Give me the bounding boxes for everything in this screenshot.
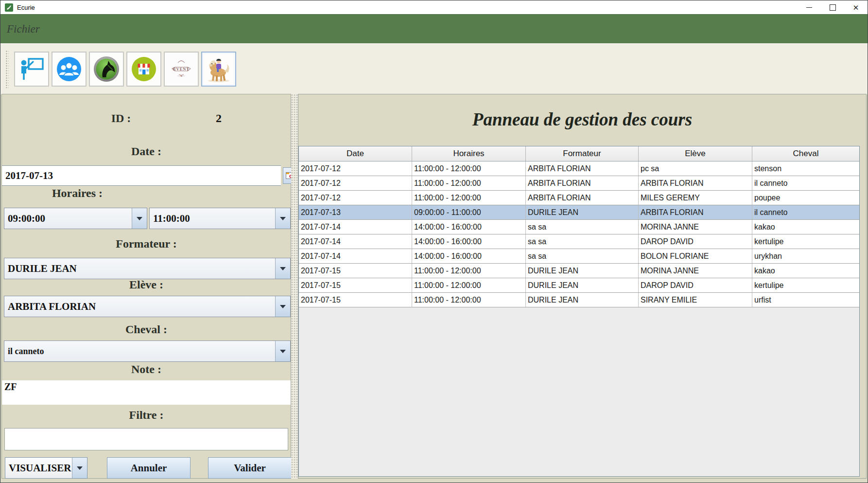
table-cell: kertulipe [752, 278, 859, 292]
close-icon: ✕ [853, 4, 859, 11]
table-cell: MILES GEREMY [639, 191, 752, 205]
eleve-label: Elève : [2, 278, 291, 291]
formateur-value: DURILE JEAN [4, 258, 275, 279]
chevron-down-icon[interactable] [275, 341, 290, 361]
event-logo-icon: EVENT ~❧~ [166, 54, 196, 84]
table-row[interactable]: 2017-07-1414:00:00 - 16:00:00sa saMORINA… [299, 220, 859, 234]
table-row[interactable]: 2017-07-1511:00:00 - 12:00:00DURILE JEAN… [299, 278, 859, 293]
toolbar-button-chevaux[interactable] [89, 52, 124, 87]
table-cell: DURILE JEAN [526, 278, 639, 292]
teacher-board-icon [18, 55, 45, 83]
horaire-end-combobox[interactable]: 11:00:00 [149, 208, 291, 229]
table-cell: DURILE JEAN [526, 264, 639, 278]
visualiser-value: VISUALISER [5, 458, 72, 478]
store-icon [130, 55, 157, 83]
date-field[interactable]: 2017-07-13 [2, 165, 281, 186]
table-cell: urykhan [752, 249, 859, 263]
toolbar: EVENT ~❧~ [0, 43, 868, 94]
horse-head-icon [93, 55, 120, 83]
table-cell: ARBITA FLORIAN [526, 176, 639, 190]
column-header[interactable]: Cheval [752, 146, 859, 161]
eleve-combobox[interactable]: ARBITA FLORIAN [4, 296, 291, 317]
table-cell: 14:00:00 - 16:00:00 [412, 249, 526, 263]
toolbar-button-eleves[interactable] [52, 52, 87, 87]
table-cell: kakao [752, 220, 859, 234]
table-row[interactable]: 2017-07-1211:00:00 - 12:00:00ARBITA FLOR… [299, 191, 859, 205]
table-cell: 11:00:00 - 12:00:00 [412, 264, 526, 278]
chevron-down-icon[interactable] [132, 208, 147, 229]
filtre-input[interactable] [4, 428, 288, 450]
table-cell: 2017-07-15 [299, 264, 412, 278]
cheval-label: Cheval : [2, 323, 291, 336]
table-cell: 14:00:00 - 16:00:00 [412, 220, 526, 234]
toolbar-button-formateurs[interactable] [14, 52, 49, 87]
table-row[interactable]: 2017-07-1414:00:00 - 16:00:00sa saDAROP … [299, 234, 859, 249]
table-row[interactable]: 2017-07-1211:00:00 - 12:00:00ARBITA FLOR… [299, 161, 859, 176]
close-button[interactable]: ✕ [844, 0, 868, 14]
table-cell: kertulipe [752, 234, 859, 249]
chevron-down-icon[interactable] [275, 258, 290, 279]
table-cell: 11:00:00 - 12:00:00 [412, 161, 526, 176]
table-row-selected[interactable]: 2017-07-1309:00:00 - 11:00:00DURILE JEAN… [299, 205, 859, 220]
horaire-start-value: 09:00:00 [4, 208, 132, 229]
toolbar-button-boutique[interactable] [126, 52, 161, 87]
table-cell: DAROP DAVID [639, 278, 752, 292]
table-cell: DAROP DAVID [639, 234, 752, 249]
filtre-label: Filtre : [2, 409, 291, 422]
table-cell: 2017-07-12 [299, 191, 412, 205]
svg-text:EVENT: EVENT [173, 67, 190, 72]
column-header[interactable]: Elève [639, 146, 752, 161]
date-label: Date : [2, 145, 291, 158]
maximize-icon [830, 4, 836, 11]
table-cell: 2017-07-15 [299, 293, 412, 307]
horaire-start-combobox[interactable]: 09:00:00 [4, 208, 147, 229]
column-header[interactable]: Date [299, 146, 412, 161]
menu-fichier[interactable]: Fichier [7, 23, 40, 36]
titlebar: Ecurie ✕ [0, 0, 868, 14]
id-label: ID : [85, 112, 157, 125]
toolbar-button-events[interactable]: EVENT ~❧~ [164, 52, 199, 87]
main-area: ID : 2 Date : 2017-07-13 Horaires : 09:0… [0, 94, 868, 479]
app-icon [5, 3, 13, 12]
column-header[interactable]: Horaires [412, 146, 526, 161]
table-cell: 11:00:00 - 12:00:00 [412, 278, 526, 292]
table-cell: sa sa [526, 249, 639, 263]
table-cell: DURILE JEAN [526, 205, 639, 219]
toolbar-grip[interactable] [5, 50, 9, 88]
valider-button[interactable]: Valider [208, 457, 292, 479]
table-cell: sa sa [526, 220, 639, 234]
table-header: DateHorairesFormateurElèveCheval [299, 146, 859, 161]
table-cell: DURILE JEAN [526, 293, 639, 307]
chevron-down-icon[interactable] [72, 458, 87, 478]
table-cell: 2017-07-13 [299, 205, 412, 219]
maximize-button[interactable] [821, 0, 844, 14]
chevron-down-icon[interactable] [275, 208, 290, 229]
table-cell: kakao [752, 264, 859, 278]
table-cell: SIRANY EMILIE [639, 293, 752, 307]
table-row[interactable]: 2017-07-1414:00:00 - 16:00:00sa saBOLON … [299, 249, 859, 264]
menubar: Fichier [0, 14, 868, 44]
note-textarea[interactable]: ZF [2, 380, 291, 405]
eleve-value: ARBITA FLORIAN [4, 296, 275, 317]
table-cell: il canneto [752, 176, 859, 190]
cheval-combobox[interactable]: il canneto [4, 340, 291, 362]
table-cell: 09:00:00 - 11:00:00 [412, 205, 526, 219]
table-row[interactable]: 2017-07-1211:00:00 - 12:00:00ARBITA FLOR… [299, 176, 859, 191]
table-cell: 2017-07-12 [299, 161, 412, 176]
table-row[interactable]: 2017-07-1511:00:00 - 12:00:00DURILE JEAN… [299, 264, 859, 278]
toolbar-button-poneys[interactable] [201, 52, 236, 87]
visualiser-dropdown[interactable]: VISUALISER [5, 457, 87, 479]
table-cell: 2017-07-14 [299, 220, 412, 234]
minimize-button[interactable] [798, 0, 821, 14]
column-header[interactable]: Formateur [526, 146, 639, 161]
cheval-value: il canneto [4, 341, 275, 361]
table-cell: 11:00:00 - 12:00:00 [412, 293, 526, 307]
formateur-combobox[interactable]: DURILE JEAN [4, 258, 291, 279]
panel-splitter[interactable] [291, 94, 298, 479]
chevron-down-icon[interactable] [275, 296, 290, 317]
annuler-button[interactable]: Annuler [107, 457, 191, 479]
table-cell: ARBITA FLORIAN [639, 205, 752, 219]
table-cell: ARBITA FLORIAN [526, 191, 639, 205]
table-row[interactable]: 2017-07-1511:00:00 - 12:00:00DURILE JEAN… [299, 293, 859, 307]
id-value: 2 [216, 112, 222, 125]
